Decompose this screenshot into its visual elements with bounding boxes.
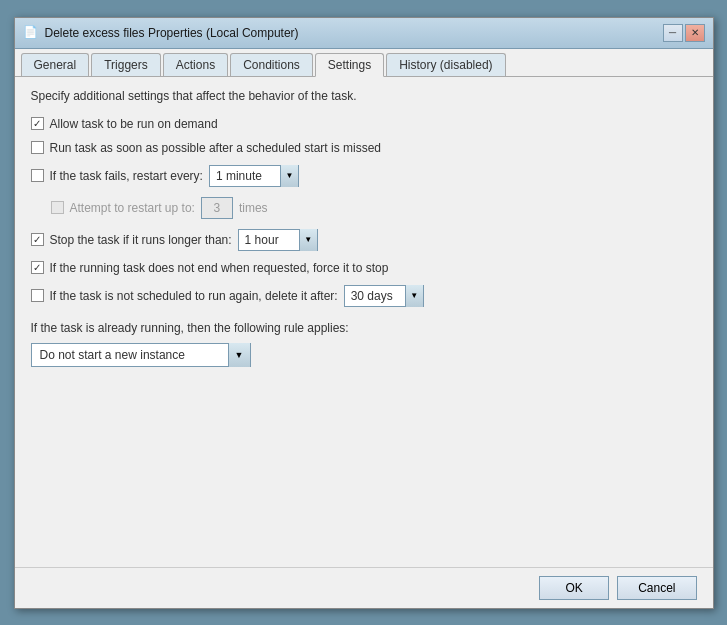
close-button[interactable]: ✕ bbox=[685, 24, 705, 42]
ok-button[interactable]: OK bbox=[539, 576, 609, 600]
window-icon: 📄 bbox=[23, 25, 39, 41]
label-allow-demand: Allow task to be run on demand bbox=[50, 117, 218, 131]
minimize-button[interactable]: ─ bbox=[663, 24, 683, 42]
checkbox-stop-longer[interactable] bbox=[31, 233, 44, 246]
tab-actions[interactable]: Actions bbox=[163, 53, 228, 76]
checkbox-attempt-restart[interactable] bbox=[51, 201, 64, 214]
restart-every-dropdown[interactable]: 1 minute ▼ bbox=[209, 165, 299, 187]
stop-longer-arrow[interactable]: ▼ bbox=[299, 229, 317, 251]
delete-after-dropdown[interactable]: 30 days ▼ bbox=[344, 285, 424, 307]
title-buttons: ─ ✕ bbox=[663, 24, 705, 42]
row-stop-longer: Stop the task if it runs longer than: 1 … bbox=[31, 229, 697, 251]
running-rule-arrow[interactable]: ▼ bbox=[228, 343, 250, 367]
times-label: times bbox=[239, 201, 268, 215]
label-run-missed: Run task as soon as possible after a sch… bbox=[50, 141, 382, 155]
row-delete-after: If the task is not scheduled to run agai… bbox=[31, 285, 697, 307]
dialog-footer: OK Cancel bbox=[15, 567, 713, 608]
checkbox-delete-after[interactable] bbox=[31, 289, 44, 302]
delete-after-arrow[interactable]: ▼ bbox=[405, 285, 423, 307]
tab-conditions[interactable]: Conditions bbox=[230, 53, 313, 76]
delete-after-value: 30 days bbox=[345, 287, 405, 305]
row-run-missed: Run task as soon as possible after a sch… bbox=[31, 141, 697, 155]
main-window: 📄 Delete excess files Properties (Local … bbox=[14, 17, 714, 609]
window-title: Delete excess files Properties (Local Co… bbox=[45, 26, 299, 40]
label-restart-fails: If the task fails, restart every: bbox=[50, 169, 203, 183]
tab-bar: General Triggers Actions Conditions Sett… bbox=[15, 49, 713, 77]
row-attempt-restart: Attempt to restart up to: 3 times bbox=[51, 197, 697, 219]
label-force-stop: If the running task does not end when re… bbox=[50, 261, 389, 275]
title-bar: 📄 Delete excess files Properties (Local … bbox=[15, 18, 713, 49]
tab-settings[interactable]: Settings bbox=[315, 53, 384, 77]
label-stop-longer: Stop the task if it runs longer than: bbox=[50, 233, 232, 247]
attempt-count-input[interactable]: 3 bbox=[201, 197, 233, 219]
row-restart-fails: If the task fails, restart every: 1 minu… bbox=[31, 165, 697, 187]
attempt-count-value: 3 bbox=[214, 201, 221, 215]
running-rule-label: If the task is already running, then the… bbox=[31, 321, 697, 335]
checkbox-force-stop[interactable] bbox=[31, 261, 44, 274]
label-attempt-restart: Attempt to restart up to: bbox=[70, 201, 195, 215]
tab-general[interactable]: General bbox=[21, 53, 90, 76]
row-force-stop: If the running task does not end when re… bbox=[31, 261, 697, 275]
checkbox-allow-demand[interactable] bbox=[31, 117, 44, 130]
tab-triggers[interactable]: Triggers bbox=[91, 53, 161, 76]
stop-longer-value: 1 hour bbox=[239, 231, 299, 249]
label-delete-after: If the task is not scheduled to run agai… bbox=[50, 289, 338, 303]
stop-longer-dropdown[interactable]: 1 hour ▼ bbox=[238, 229, 318, 251]
tab-history[interactable]: History (disabled) bbox=[386, 53, 505, 76]
checkbox-restart-fails[interactable] bbox=[31, 169, 44, 182]
settings-description: Specify additional settings that affect … bbox=[31, 89, 697, 103]
running-rule-section: If the task is already running, then the… bbox=[31, 321, 697, 367]
running-rule-value: Do not start a new instance bbox=[32, 346, 228, 364]
title-bar-left: 📄 Delete excess files Properties (Local … bbox=[23, 25, 299, 41]
cancel-button[interactable]: Cancel bbox=[617, 576, 696, 600]
restart-every-arrow[interactable]: ▼ bbox=[280, 165, 298, 187]
checkbox-run-missed[interactable] bbox=[31, 141, 44, 154]
running-rule-dropdown[interactable]: Do not start a new instance ▼ bbox=[31, 343, 251, 367]
settings-content: Specify additional settings that affect … bbox=[15, 77, 713, 567]
restart-every-value: 1 minute bbox=[210, 167, 280, 185]
row-allow-demand: Allow task to be run on demand bbox=[31, 117, 697, 131]
